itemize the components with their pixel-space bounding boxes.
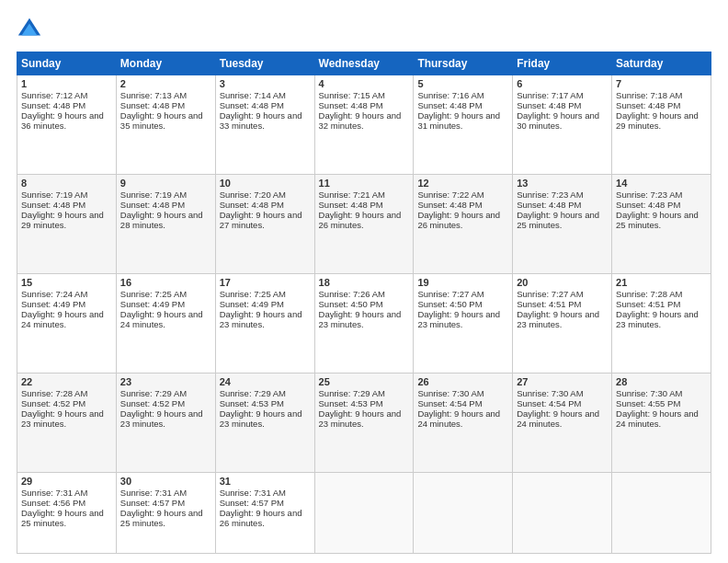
calendar-cell	[612, 472, 711, 553]
daylight-text: Daylight: 9 hours and 23 minutes.	[319, 309, 410, 329]
day-number: 18	[319, 277, 410, 288]
day-number: 28	[616, 376, 707, 387]
sunrise-text: Sunrise: 7:25 AM	[220, 289, 311, 299]
calendar-cell: 23Sunrise: 7:29 AMSunset: 4:52 PMDayligh…	[116, 373, 215, 472]
calendar-cell: 26Sunrise: 7:30 AMSunset: 4:54 PMDayligh…	[414, 373, 513, 472]
sunrise-text: Sunrise: 7:31 AM	[120, 488, 211, 498]
calendar-week-3: 15Sunrise: 7:24 AMSunset: 4:49 PMDayligh…	[17, 273, 711, 373]
daylight-text: Daylight: 9 hours and 32 minutes.	[319, 110, 410, 131]
sunrise-text: Sunrise: 7:15 AM	[319, 90, 410, 100]
sunset-text: Sunset: 4:57 PM	[220, 498, 311, 508]
sunset-text: Sunset: 4:48 PM	[220, 100, 311, 110]
daylight-text: Daylight: 9 hours and 27 minutes.	[220, 210, 311, 230]
sunset-text: Sunset: 4:49 PM	[120, 299, 211, 309]
sunrise-text: Sunrise: 7:16 AM	[417, 90, 508, 100]
weekday-header-sunday: Sunday	[17, 52, 117, 75]
day-number: 25	[319, 376, 410, 387]
daylight-text: Daylight: 9 hours and 24 minutes.	[517, 408, 608, 429]
sunset-text: Sunset: 4:48 PM	[21, 100, 112, 110]
weekday-header-saturday: Saturday	[612, 52, 711, 75]
sunset-text: Sunset: 4:53 PM	[220, 398, 311, 408]
sunset-text: Sunset: 4:53 PM	[319, 398, 410, 408]
daylight-text: Daylight: 9 hours and 24 minutes.	[21, 309, 112, 329]
day-number: 15	[21, 277, 112, 288]
weekday-header-wednesday: Wednesday	[314, 52, 414, 75]
calendar-cell: 1Sunrise: 7:12 AMSunset: 4:48 PMDaylight…	[17, 75, 117, 175]
sunrise-text: Sunrise: 7:26 AM	[319, 289, 410, 299]
daylight-text: Daylight: 9 hours and 25 minutes.	[21, 508, 112, 528]
day-number: 20	[517, 277, 608, 288]
sunset-text: Sunset: 4:49 PM	[21, 299, 112, 309]
calendar-cell: 28Sunrise: 7:30 AMSunset: 4:55 PMDayligh…	[612, 373, 711, 472]
sunset-text: Sunset: 4:48 PM	[517, 100, 608, 110]
calendar-header: SundayMondayTuesdayWednesdayThursdayFrid…	[17, 52, 711, 75]
sunset-text: Sunset: 4:56 PM	[21, 498, 112, 508]
day-number: 16	[120, 277, 211, 288]
day-number: 8	[21, 178, 112, 189]
sunrise-text: Sunrise: 7:19 AM	[120, 190, 211, 200]
sunrise-text: Sunrise: 7:27 AM	[517, 289, 608, 299]
sunrise-text: Sunrise: 7:27 AM	[417, 289, 508, 299]
day-number: 3	[220, 78, 311, 89]
calendar-week-4: 22Sunrise: 7:28 AMSunset: 4:52 PMDayligh…	[17, 373, 711, 472]
calendar-cell: 6Sunrise: 7:17 AMSunset: 4:48 PMDaylight…	[513, 75, 612, 175]
calendar-cell: 29Sunrise: 7:31 AMSunset: 4:56 PMDayligh…	[17, 472, 117, 553]
day-number: 29	[21, 476, 112, 487]
calendar-cell: 25Sunrise: 7:29 AMSunset: 4:53 PMDayligh…	[314, 373, 414, 472]
sunrise-text: Sunrise: 7:12 AM	[21, 90, 112, 100]
daylight-text: Daylight: 9 hours and 23 minutes.	[220, 309, 311, 329]
sunset-text: Sunset: 4:50 PM	[417, 299, 508, 309]
calendar-cell: 11Sunrise: 7:21 AMSunset: 4:48 PMDayligh…	[314, 174, 414, 273]
day-number: 17	[220, 277, 311, 288]
day-number: 9	[120, 178, 211, 189]
day-number: 13	[517, 178, 608, 189]
day-number: 1	[21, 78, 112, 89]
calendar-week-5: 29Sunrise: 7:31 AMSunset: 4:56 PMDayligh…	[17, 472, 711, 553]
daylight-text: Daylight: 9 hours and 23 minutes.	[417, 309, 508, 329]
sunrise-text: Sunrise: 7:29 AM	[120, 388, 211, 398]
sunset-text: Sunset: 4:48 PM	[319, 100, 410, 110]
calendar-cell: 7Sunrise: 7:18 AMSunset: 4:48 PMDaylight…	[612, 75, 711, 175]
daylight-text: Daylight: 9 hours and 26 minutes.	[220, 508, 311, 528]
day-number: 27	[517, 376, 608, 387]
daylight-text: Daylight: 9 hours and 29 minutes.	[21, 210, 112, 230]
calendar-cell: 31Sunrise: 7:31 AMSunset: 4:57 PMDayligh…	[215, 472, 314, 553]
sunrise-text: Sunrise: 7:31 AM	[21, 488, 112, 498]
calendar-cell: 22Sunrise: 7:28 AMSunset: 4:52 PMDayligh…	[17, 373, 117, 472]
day-number: 30	[120, 476, 211, 487]
day-number: 2	[120, 78, 211, 89]
sunset-text: Sunset: 4:51 PM	[616, 299, 707, 309]
sunset-text: Sunset: 4:48 PM	[319, 200, 410, 210]
calendar-cell	[513, 472, 612, 553]
sunset-text: Sunset: 4:55 PM	[616, 398, 707, 408]
calendar-cell: 17Sunrise: 7:25 AMSunset: 4:49 PMDayligh…	[215, 273, 314, 373]
sunrise-text: Sunrise: 7:30 AM	[417, 388, 508, 398]
calendar-cell	[414, 472, 513, 553]
daylight-text: Daylight: 9 hours and 26 minutes.	[417, 210, 508, 230]
sunset-text: Sunset: 4:57 PM	[120, 498, 211, 508]
daylight-text: Daylight: 9 hours and 31 minutes.	[417, 110, 508, 131]
day-number: 23	[120, 376, 211, 387]
day-number: 12	[417, 178, 508, 189]
daylight-text: Daylight: 9 hours and 24 minutes.	[120, 309, 211, 329]
daylight-text: Daylight: 9 hours and 25 minutes.	[616, 210, 707, 230]
calendar-cell: 24Sunrise: 7:29 AMSunset: 4:53 PMDayligh…	[215, 373, 314, 472]
day-number: 6	[517, 78, 608, 89]
daylight-text: Daylight: 9 hours and 25 minutes.	[120, 508, 211, 528]
calendar-table: SundayMondayTuesdayWednesdayThursdayFrid…	[17, 52, 711, 554]
calendar-page: SundayMondayTuesdayWednesdayThursdayFrid…	[0, 0, 728, 563]
calendar-cell: 12Sunrise: 7:22 AMSunset: 4:48 PMDayligh…	[414, 174, 513, 273]
daylight-text: Daylight: 9 hours and 36 minutes.	[21, 110, 112, 131]
daylight-text: Daylight: 9 hours and 23 minutes.	[220, 408, 311, 429]
sunrise-text: Sunrise: 7:30 AM	[616, 388, 707, 398]
sunset-text: Sunset: 4:48 PM	[120, 100, 211, 110]
daylight-text: Daylight: 9 hours and 35 minutes.	[120, 110, 211, 131]
weekday-header-row: SundayMondayTuesdayWednesdayThursdayFrid…	[17, 52, 711, 75]
daylight-text: Daylight: 9 hours and 24 minutes.	[616, 408, 707, 429]
calendar-cell: 3Sunrise: 7:14 AMSunset: 4:48 PMDaylight…	[215, 75, 314, 175]
logo-icon	[17, 17, 42, 42]
sunrise-text: Sunrise: 7:17 AM	[517, 90, 608, 100]
sunset-text: Sunset: 4:48 PM	[517, 200, 608, 210]
sunset-text: Sunset: 4:54 PM	[517, 398, 608, 408]
sunset-text: Sunset: 4:48 PM	[220, 200, 311, 210]
